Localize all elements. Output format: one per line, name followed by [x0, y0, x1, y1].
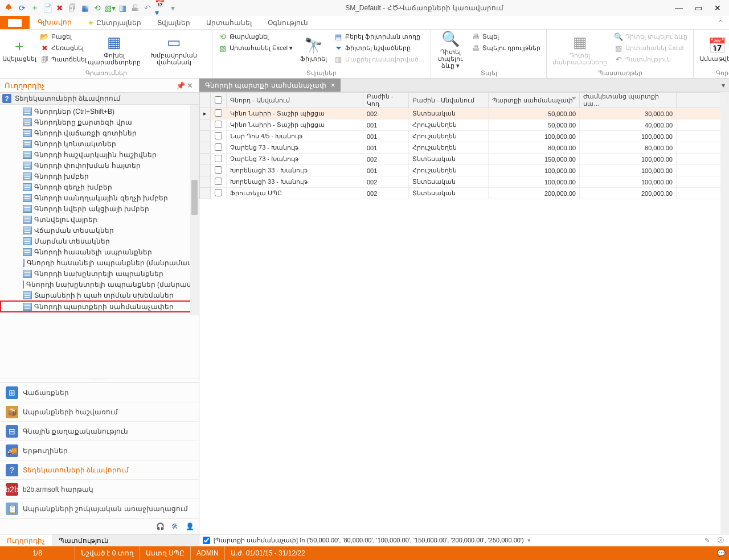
- navtab-history[interactable]: Պատմություն: [52, 534, 116, 546]
- nav-section[interactable]: 📦Ապրանքների հաշվառում: [0, 402, 199, 421]
- tree-item[interactable]: Գնորդի հասանելի ապրանքներ (մանրամասն): [0, 257, 199, 268]
- row-checkbox[interactable]: [215, 189, 222, 196]
- nav-pin-button[interactable]: 📌: [176, 81, 185, 90]
- qat-overflow-icon[interactable]: ▾: [167, 3, 178, 13]
- passport-view-form-button[interactable]: 🔍Դիտել տպելու ձևը: [612, 31, 690, 42]
- table-row[interactable]: Չարենց 73 - Խանութ001Հրուշակեղեն80,000.0…: [200, 142, 729, 154]
- tree-item[interactable]: Գնորդի փոփոխման հայտեր: [0, 160, 199, 171]
- select-all-checkbox[interactable]: [215, 96, 222, 104]
- row-checkbox[interactable]: [215, 121, 222, 128]
- qat-delete-icon[interactable]: ✖: [55, 3, 65, 13]
- passport-history-button[interactable]: ↶Պատմություն: [612, 53, 690, 65]
- status-chat-button[interactable]: 💬: [713, 549, 729, 557]
- qat-refresh-icon[interactable]: ⟲: [92, 3, 103, 13]
- table-row[interactable]: Չարենց 73 - Խանութ002Տնտեսական150,000.00…: [200, 154, 729, 165]
- document-tab-active[interactable]: Գնորդի պարտքի սահմանաչափ ×: [199, 79, 341, 92]
- qat-grid-icon[interactable]: ▦: [80, 3, 90, 13]
- nav-tree[interactable]: Գնորդներ (Ctrl+Shift+B)Գնորդները քարտեզի…: [0, 105, 199, 378]
- qat-reload-icon[interactable]: ⟳: [17, 3, 27, 13]
- filter-dropdown-icon[interactable]: ▾: [527, 537, 531, 544]
- filter-edit-button[interactable]: ✎: [702, 536, 712, 546]
- filter-marked-button[interactable]: ⏷Ֆիլտրել նշվածները: [331, 42, 427, 53]
- tab-help[interactable]: Օգնություն: [260, 16, 316, 29]
- view-print-form-button[interactable]: 🔍 Դիտել տպելու ձևը ▾: [435, 31, 466, 68]
- nav-section[interactable]: ?Տեղեկատուների ձևավորում: [0, 460, 199, 479]
- row-checkbox[interactable]: [215, 178, 222, 185]
- row-checkbox-cell[interactable]: [211, 108, 227, 120]
- filter-active-icon[interactable]: ⏷: [571, 95, 577, 101]
- minimize-button[interactable]: —: [671, 2, 687, 14]
- row-checkbox-cell[interactable]: [211, 165, 227, 176]
- tree-item[interactable]: Գնորդի հաշվարկային հաշիվներ: [0, 149, 199, 160]
- nav-section[interactable]: b2bb2b.armsoft հարթակ: [0, 479, 199, 499]
- row-checkbox-cell[interactable]: [211, 154, 227, 165]
- refresh-button[interactable]: ⟲Թարմացնել: [216, 31, 295, 42]
- tree-item[interactable]: Գնորդի նախընտրելի ապրանքներ: [0, 268, 199, 279]
- row-checkbox-cell[interactable]: [211, 176, 227, 188]
- col-name[interactable]: Գնորդ - Անվանում: [227, 93, 363, 108]
- nav-section[interactable]: ⊟Գնային քաղաքականություն: [0, 421, 199, 440]
- user-icon[interactable]: 👤: [184, 521, 195, 532]
- open-button[interactable]: 📂Բացել: [38, 31, 89, 42]
- tree-item[interactable]: Գնորդի խմբեր: [0, 171, 199, 182]
- grid-vertical-scrollbar[interactable]: [720, 92, 729, 534]
- print-button[interactable]: 🖶Տպել: [469, 31, 543, 42]
- table-row[interactable]: ▸Կինո Նաիրի - Տաշիր պիցցա002Տնտեսական50,…: [200, 108, 729, 120]
- tree-item[interactable]: Գնորդի նախընտրելի ապրանքներ (մանրամաս: [0, 279, 199, 290]
- row-checkbox-cell[interactable]: [211, 120, 227, 131]
- document-tabs-overflow[interactable]: ▾: [718, 79, 729, 92]
- checkbox-header[interactable]: [211, 93, 227, 108]
- tab-data[interactable]: Տվյալներ: [149, 16, 198, 29]
- row-checkbox[interactable]: [215, 143, 222, 151]
- collapse-ribbon-button[interactable]: ⌃: [712, 16, 729, 29]
- col-limit[interactable]: Պարտքի սահմանաչափ⏷: [489, 93, 580, 108]
- col-div-code[interactable]: Բաժին - Կոդ: [363, 93, 409, 108]
- row-checkbox-cell[interactable]: [211, 188, 227, 199]
- tree-item[interactable]: Գտնվելու վայրեր: [0, 214, 199, 225]
- table-row[interactable]: Նար Դոս 4/5 - Խանութ001Հրուշակեղեն100,00…: [200, 131, 729, 142]
- view-details-button[interactable]: ▦ Դիտել մանրամասները: [550, 31, 609, 68]
- navtab-navigator[interactable]: Ուղղորդիչ: [0, 534, 52, 546]
- tree-item[interactable]: Գնորդի հասանելի ապրանքներ: [0, 246, 199, 257]
- qat-copy-icon[interactable]: 🗐: [67, 3, 77, 13]
- tree-item[interactable]: Տարաների ի պահ տրման սխեմաներ: [0, 290, 199, 300]
- add-button[interactable]: ＋ Ավելացնել: [3, 31, 35, 68]
- tree-item[interactable]: Գնորդները քարտեզի վրա: [0, 117, 199, 127]
- clear-filter-button[interactable]: ▤Բերել ֆիլտրման տողը: [331, 31, 427, 42]
- calendar-button[interactable]: 📅20 Ամսաթվեր: [697, 31, 729, 68]
- nav-close-button[interactable]: ✕: [185, 81, 194, 90]
- filter-button[interactable]: 🔭 Ֆիլտրել: [297, 31, 329, 68]
- tree-item[interactable]: Գնորդներ (Ctrl+Shift+B): [0, 106, 199, 117]
- tree-scrollbar[interactable]: [190, 105, 199, 315]
- remove-button[interactable]: ✖Հեռացնել: [38, 42, 89, 53]
- group-panel-button[interactable]: ▭ Խմբավորման վահանակ: [140, 31, 208, 68]
- row-checkbox[interactable]: [215, 166, 222, 174]
- row-checkbox[interactable]: [215, 109, 222, 117]
- tree-item[interactable]: Վճարման տեսակներ: [0, 225, 199, 236]
- tree-item[interactable]: Գնորդի պարտքերի սահմանաչափեր: [0, 300, 199, 312]
- tab-main[interactable]: Գլխավոր: [30, 16, 80, 29]
- qat-tile-icon[interactable]: ▥: [117, 3, 128, 13]
- qat-excel-icon[interactable]: ▧▾: [105, 3, 115, 13]
- tree-item[interactable]: Գնորդի նվերի ակցիայի խմբեր: [0, 203, 199, 214]
- file-menu-button[interactable]: [0, 16, 30, 29]
- filter-enabled-checkbox[interactable]: [203, 537, 210, 544]
- row-checkbox-cell[interactable]: [211, 142, 227, 154]
- col-overdue[interactable]: Ժամկետանց պարտքի սա…: [580, 93, 677, 108]
- clear-sort-button[interactable]: ▥Մաքրել դասավորված…: [331, 53, 427, 65]
- row-checkbox[interactable]: [215, 155, 222, 162]
- row-checkbox[interactable]: [215, 132, 222, 139]
- maximize-button[interactable]: ▭: [690, 2, 706, 14]
- row-checkbox-cell[interactable]: [211, 131, 227, 142]
- tab-export[interactable]: Արտահանել: [198, 16, 260, 29]
- table-row[interactable]: Ֆրուտելլա ՍՊԸ002Տնտեսական200,000.00200,0…: [200, 188, 729, 199]
- tree-item[interactable]: Գնորդի զեղչի խմբեր: [0, 182, 199, 192]
- qat-dates-icon[interactable]: 📅▾: [155, 3, 165, 13]
- passport-excel-button[interactable]: ▧Արտահանել Excel: [612, 42, 690, 53]
- table-row[interactable]: Կինո Նաիրի - Տաշիր պիցցա001Հրուշակեղեն50…: [200, 120, 729, 131]
- document-tab-close-icon[interactable]: ×: [331, 81, 335, 89]
- print-settings-button[interactable]: 🖶Տպելու դրույթներ: [469, 42, 543, 53]
- nav-section-header[interactable]: ? Տեղեկատուների ձևավորում: [0, 92, 199, 105]
- qat-print-icon[interactable]: 🖶: [130, 3, 140, 13]
- tab-favorites[interactable]: ★Ընտրյալներ: [80, 16, 149, 29]
